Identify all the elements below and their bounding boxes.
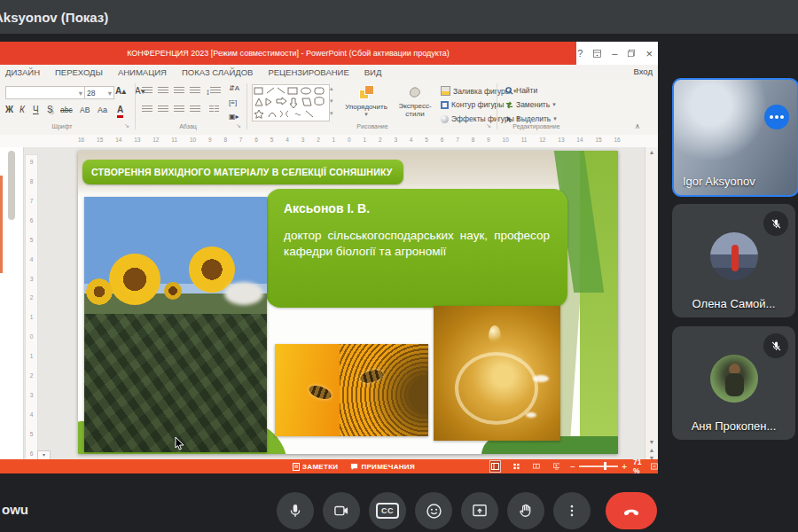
text-direction-icon[interactable]: ⇵A (229, 83, 239, 94)
bold-button[interactable]: Ж (5, 105, 13, 115)
decrease-indent-icon[interactable] (174, 87, 184, 98)
tab-view[interactable]: ВИД (364, 67, 382, 77)
shapes-scroll-down-icon[interactable]: ▾ (330, 98, 333, 105)
char-spacing-button[interactable]: АВ (80, 105, 90, 115)
tile-menu-button[interactable] (764, 105, 789, 129)
columns-icon[interactable] (209, 106, 219, 116)
mic-button[interactable] (277, 492, 314, 529)
bees-photo[interactable] (275, 344, 428, 436)
font-size-combo[interactable]: 28▾ (84, 86, 114, 99)
numbering-icon[interactable] (158, 87, 168, 98)
text-shadow-button[interactable]: S (47, 105, 53, 115)
scroll-up-icon[interactable]: ▲ (649, 149, 655, 155)
zoom-out-icon[interactable]: − (570, 462, 575, 472)
shapes-scroll-up-icon[interactable]: ▴ (330, 85, 333, 92)
participant-tile-anya[interactable]: Аня Прокопен... (672, 326, 795, 440)
sunflower-field-photo[interactable] (84, 197, 267, 452)
horizontal-ruler[interactable]: 1615141312111098765432101234567891011121… (0, 135, 658, 148)
normal-view-button[interactable] (489, 460, 501, 473)
tab-design[interactable]: ДИЗАЙН (5, 67, 40, 77)
bullets-icon[interactable] (142, 87, 153, 98)
participant-tile-igor[interactable]: Igor Aksyonov (672, 78, 798, 197)
more-options-button[interactable] (553, 492, 591, 529)
captions-button[interactable]: CC (369, 492, 406, 529)
raise-hand-button[interactable] (507, 492, 544, 529)
font-dialog-launcher-icon[interactable]: ↘ (124, 122, 129, 129)
slide-title-box[interactable]: СТВОРЕННЯ ВИХІДНОГО МАТЕРІАЛУ В СЕЛЕКЦІЇ… (82, 160, 403, 184)
change-case-button[interactable]: Aa (98, 105, 107, 115)
ruler-number: 1 (363, 137, 366, 143)
ruler-number: 16 (614, 137, 620, 143)
align-right-icon[interactable] (174, 106, 184, 116)
quick-styles-button[interactable]: Экспресс-стили (393, 85, 437, 118)
ruler-number: 9 (487, 137, 490, 143)
shapes-gallery[interactable] (252, 84, 330, 121)
oil-drop-photo[interactable] (434, 306, 560, 441)
align-center-icon[interactable] (158, 106, 168, 116)
shape-outline-button[interactable]: Контур фигуры▾ (441, 100, 510, 109)
underline-button[interactable]: Ч (33, 105, 39, 115)
replace-button[interactable]: Заменить▾ (505, 100, 556, 109)
ribbon-tabs: ДИЗАЙН ПЕРЕХОДЫ АНИМАЦИЯ ПОКАЗ СЛАЙДОВ Р… (5, 65, 381, 80)
tab-transitions[interactable]: ПЕРЕХОДЫ (55, 67, 103, 77)
slide-author-box[interactable]: Аксьонов І. В. доктор сільськогосподарсь… (266, 189, 567, 308)
previous-slide-icon[interactable]: ▲ (649, 447, 655, 453)
zoom-level[interactable]: 71 % (633, 458, 645, 473)
notes-button[interactable]: ЗАМЕТКИ (293, 463, 338, 471)
align-left-icon[interactable] (142, 106, 153, 116)
help-icon[interactable]: ? (577, 48, 583, 59)
slide-canvas[interactable]: СТВОРЕННЯ ВИХІДНОГО МАТЕРІАЛУ В СЕЛЕКЦІЇ… (78, 151, 618, 454)
ruler-number: 6 (30, 450, 34, 457)
line-spacing-icon[interactable]: ↕ (206, 87, 221, 98)
ppt-title-bar[interactable]: КОНФЕРЕНЦИЯ 2023 [Режим совместимости] -… (0, 42, 658, 65)
present-button[interactable] (461, 492, 498, 529)
find-button[interactable]: Найти (505, 86, 537, 95)
ruler-number: 16 (78, 137, 84, 143)
tab-review[interactable]: РЕЦЕНЗИРОВАНИЕ (268, 67, 348, 77)
select-button[interactable]: Выделить▾ (505, 114, 557, 123)
paragraph-dialog-launcher-icon[interactable]: ↘ (236, 122, 241, 129)
ribbon-display-options-icon[interactable] (592, 49, 602, 59)
grow-font-icon[interactable]: A▴ (115, 86, 126, 97)
arrange-button[interactable]: Упорядочить ▾ (342, 85, 390, 118)
ruler-number: 5 (30, 237, 34, 243)
ruler-number: 14 (576, 137, 583, 143)
close-icon[interactable]: × (645, 47, 653, 60)
smartart-icon[interactable]: ▣▸ (229, 112, 239, 122)
quick-styles-icon (408, 85, 422, 98)
sign-in-link[interactable]: Вход (634, 66, 653, 76)
thumbnail-pane[interactable] (0, 147, 24, 459)
align-text-icon[interactable]: [≡] (229, 98, 237, 108)
restore-icon[interactable] (627, 49, 636, 58)
tab-slideshow[interactable]: ПОКАЗ СЛАЙДОВ (182, 67, 253, 77)
ruler-number: 4 (410, 137, 413, 143)
participant-tile-olena[interactable]: Олена Самой... (672, 204, 795, 317)
scroll-down-icon[interactable]: ▼ (649, 439, 655, 445)
font-color-button[interactable]: А (117, 105, 123, 118)
end-call-button[interactable] (606, 492, 657, 529)
slideshow-view-icon[interactable] (553, 462, 560, 471)
zoom-slider[interactable] (579, 466, 618, 467)
vertical-ruler[interactable]: 9876543210123456 (25, 154, 38, 461)
justify-icon[interactable] (190, 106, 200, 116)
comments-button[interactable]: ПРИМЕЧАНИЯ (350, 463, 415, 471)
ruler-number: 11 (521, 137, 528, 143)
reading-view-icon[interactable] (533, 462, 540, 471)
reactions-button[interactable] (415, 492, 452, 529)
tab-animations[interactable]: АНИМАЦИЯ (118, 67, 167, 77)
font-name-combo[interactable]: ▾ (5, 86, 85, 99)
fit-to-window-icon[interactable] (651, 462, 658, 471)
thumbnail-scrollbar[interactable] (8, 151, 15, 220)
slide-scrollbar[interactable]: ▲ ▼ ▲ ▼ (645, 147, 658, 463)
collapse-ribbon-icon[interactable]: ∧ (635, 122, 640, 130)
shapes-more-icon[interactable]: ▾ (330, 110, 333, 117)
mic-muted-icon (763, 211, 788, 236)
window-edge-accent (0, 176, 3, 273)
camera-button[interactable] (323, 492, 360, 529)
increase-indent-icon[interactable] (190, 87, 200, 98)
strikethrough-button[interactable]: abc (60, 105, 73, 115)
minimize-icon[interactable]: – (612, 48, 617, 59)
slide-sorter-icon[interactable] (513, 462, 520, 471)
zoom-in-icon[interactable]: + (622, 462, 627, 472)
italic-button[interactable]: К (20, 105, 25, 115)
